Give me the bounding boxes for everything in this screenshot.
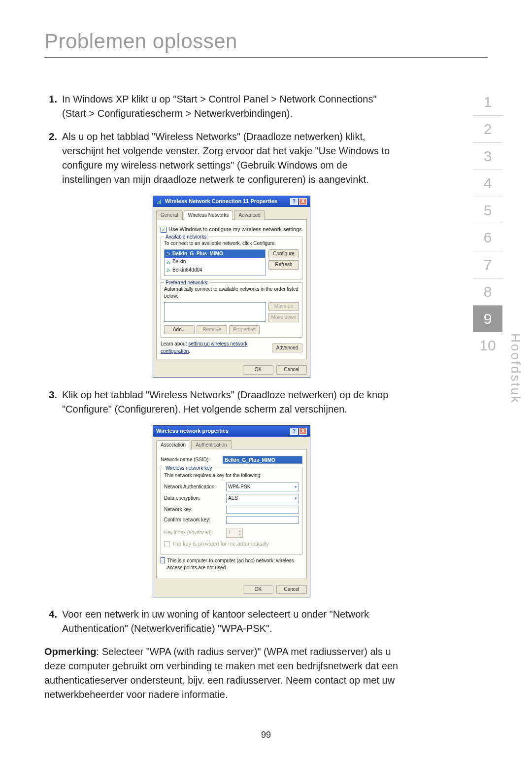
step-3: 3. Klik op het tabblad "Wireless Network… <box>44 388 399 416</box>
checkbox-checked-icon[interactable]: ✓ <box>161 227 166 233</box>
list-item-label: Belkin84dd04 <box>172 267 202 274</box>
help-icon[interactable]: ? <box>290 198 298 205</box>
note-text: : Selecteer "WPA (with radius server)" (… <box>44 646 398 700</box>
sidebar-item-4[interactable]: 4 <box>473 170 502 197</box>
group-title: Preferred networks: <box>164 279 210 287</box>
checkbox-unchecked-icon <box>164 541 170 547</box>
sidebar-item-5[interactable]: 5 <box>473 197 502 224</box>
step-number: 2. <box>44 130 62 187</box>
preferred-networks-list[interactable] <box>164 302 266 322</box>
encryption-value: AES <box>228 495 238 502</box>
dialog-title-text: Wireless Network Connection 11 Propertie… <box>165 198 289 206</box>
dialog-footer: OK Cancel <box>153 362 310 378</box>
group-hint: Automatically connect to available netwo… <box>164 286 299 300</box>
svg-rect-1 <box>159 201 160 204</box>
cancel-button[interactable]: Cancel <box>276 585 307 594</box>
tab-general[interactable]: General <box>156 210 183 220</box>
note-label: Opmerking <box>44 646 97 657</box>
network-icon <box>166 251 171 256</box>
chapter-sidebar: 1 2 3 4 5 6 7 8 9 10 <box>473 89 502 359</box>
auto-key-checkbox-row: The key is provided for me automatically <box>164 540 299 548</box>
list-item[interactable]: Belkin_G_Plus_MIMO <box>165 250 265 258</box>
wireless-key-group: Wireless network key This network requir… <box>161 468 302 554</box>
close-icon[interactable]: X <box>299 198 307 205</box>
move-up-button: Move up <box>268 302 299 311</box>
list-item[interactable]: Belkin <box>165 258 265 266</box>
sidebar-item-10[interactable]: 10 <box>473 332 502 359</box>
step-number: 3. <box>44 388 62 416</box>
sidebar-item-7[interactable]: 7 <box>473 251 502 278</box>
ok-button[interactable]: OK <box>243 365 273 375</box>
configure-button[interactable]: Configure <box>268 249 299 259</box>
dialog-body: Network name (SSID): Belkin_G_Plus_MIMO … <box>156 449 307 579</box>
encryption-combo[interactable]: AES▾ <box>226 494 299 503</box>
key-index-value: 1 <box>228 529 231 537</box>
group-hint: This network requires a key for the foll… <box>164 472 299 480</box>
step-text: In Windows XP klikt u op "Start > Contro… <box>62 92 399 121</box>
tab-wireless-networks[interactable]: Wireless Networks <box>184 210 233 220</box>
dialog-title-text: Wireless network properties <box>156 427 289 435</box>
group-title: Wireless network key <box>164 465 213 472</box>
auth-value: WPA-PSK <box>228 484 250 491</box>
network-key-label: Network key: <box>164 506 223 514</box>
preferred-networks-group: Preferred networks: Automatically connec… <box>161 282 302 338</box>
sidebar-item-3[interactable]: 3 <box>473 143 502 170</box>
auth-combo[interactable]: WPA-PSK▾ <box>226 483 299 492</box>
dialog-footer: OK Cancel <box>153 582 310 597</box>
tab-advanced[interactable]: Advanced <box>234 210 265 220</box>
spinner-arrows-icon: ▴▾ <box>239 529 241 537</box>
step-number: 1. <box>44 92 62 121</box>
step-text: Als u op het tabblad "Wireless Networks"… <box>62 130 399 187</box>
step-text: Voor een netwerk in uw woning of kantoor… <box>62 607 399 636</box>
dialog-wireless-connection-properties: Wireless Network Connection 11 Propertie… <box>153 196 310 378</box>
network-key-input[interactable] <box>226 506 299 514</box>
learn-text-end: . <box>189 348 190 354</box>
sidebar-item-1[interactable]: 1 <box>473 89 502 116</box>
help-icon[interactable]: ? <box>290 428 298 435</box>
confirm-key-label: Confirm network key: <box>164 517 223 524</box>
learn-text: Learn about <box>161 341 188 346</box>
step-text: Klik op het tabblad "Wireless Networks" … <box>62 388 399 416</box>
network-icon <box>166 260 171 265</box>
add-button[interactable]: Add... <box>164 325 195 335</box>
confirm-key-input[interactable] <box>226 516 299 524</box>
sidebar-item-8[interactable]: 8 <box>473 278 502 306</box>
use-windows-checkbox-row[interactable]: ✓ Use Windows to configure my wireless n… <box>161 226 302 234</box>
main-content: 1. In Windows XP klikt u op "Start > Con… <box>44 92 399 702</box>
auto-key-label: The key is provided for me automatically <box>172 540 269 548</box>
cancel-button[interactable]: Cancel <box>276 365 307 375</box>
key-index-spinner: 1▴▾ <box>226 528 243 538</box>
sidebar-item-2[interactable]: 2 <box>473 116 502 143</box>
sidebar-item-6[interactable]: 6 <box>473 224 502 251</box>
refresh-button[interactable]: Refresh <box>268 260 299 270</box>
move-down-button: Move down <box>268 313 299 322</box>
svg-point-4 <box>166 263 167 264</box>
sidebar-item-9[interactable]: 9 <box>473 306 502 332</box>
svg-point-5 <box>166 271 167 272</box>
ssid-label: Network name (SSID): <box>161 456 220 464</box>
ok-button[interactable]: OK <box>243 585 273 594</box>
available-networks-group: Available networks: To connect to an ava… <box>161 237 302 279</box>
adhoc-checkbox-row[interactable]: This is a computer-to-computer (ad hoc) … <box>161 557 302 572</box>
svg-point-3 <box>166 255 167 256</box>
sidebar-label: Hoofdstuk <box>508 333 523 404</box>
close-icon[interactable]: X <box>299 428 307 435</box>
remove-button: Remove <box>197 325 227 335</box>
auth-label: Network Authentication: <box>164 484 223 491</box>
available-networks-list[interactable]: Belkin_G_Plus_MIMO Belkin Belkin84dd04 <box>164 249 266 276</box>
advanced-button[interactable]: Advanced <box>272 344 302 353</box>
group-hint: To connect to an available network, clic… <box>164 240 299 247</box>
note-paragraph: Opmerking: Selecteer "WPA (with radius s… <box>44 645 399 702</box>
use-windows-label: Use Windows to configure my wireless net… <box>168 226 302 234</box>
tab-association[interactable]: Association <box>156 440 190 450</box>
key-index-label: Key index (advanced): <box>164 529 223 537</box>
ssid-input[interactable]: Belkin_G_Plus_MIMO <box>223 456 302 464</box>
list-item[interactable]: Belkin84dd04 <box>165 266 265 275</box>
checkbox-unchecked-icon[interactable] <box>161 557 165 563</box>
dialog-body: ✓ Use Windows to configure my wireless n… <box>156 219 307 359</box>
tab-authentication[interactable]: Authentication <box>191 440 231 450</box>
title-rule <box>44 57 488 58</box>
adhoc-label: This is a computer-to-computer (ad hoc) … <box>167 557 302 572</box>
step-number: 4. <box>44 607 62 636</box>
step-4: 4. Voor een netwerk in uw woning of kant… <box>44 607 399 636</box>
